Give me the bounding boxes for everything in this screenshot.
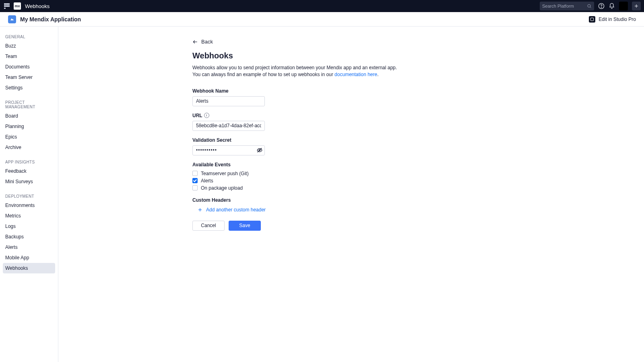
arrow-left-icon [192,39,198,45]
sidebar-section-label: PROJECT MANAGEMENT [3,97,55,111]
mx-logo-icon[interactable]: mx [14,2,21,10]
sidebar-item-mini-surveys[interactable]: Mini Surveys [3,176,55,187]
event-checkbox[interactable] [192,178,198,183]
secret-input-wrap [192,145,265,155]
help-icon[interactable] [598,3,605,9]
sidebar-item-board[interactable]: Board [3,111,55,121]
cancel-button[interactable]: Cancel [192,221,225,231]
topbar-title: Webhooks [25,3,50,9]
sidebar-item-epics[interactable]: Epics [3,132,55,142]
sidebar-item-planning[interactable]: Planning [3,121,55,132]
sidebar-item-documents[interactable]: Documents [3,62,55,72]
body: GENERALBuzzTeamDocumentsTeam ServerSetti… [0,27,644,362]
url-label-text: URL [192,113,202,118]
sidebar-item-mobile-app[interactable]: Mobile App [3,252,55,263]
sidebar-item-webhooks[interactable]: Webhooks [3,263,55,273]
add-custom-header-button[interactable]: Add another custom header [192,206,555,213]
desc-line2b: . [377,72,378,77]
main: Back Webhooks Webhooks allow you to send… [58,27,644,362]
eye-off-icon [256,147,263,153]
event-checkbox[interactable] [192,185,198,190]
app-title: My Mendix Application [20,16,81,23]
user-avatar[interactable] [619,2,628,10]
sidebar-section-label: DEPLOYMENT [3,191,55,200]
topbar-left: mx Webhooks [4,2,50,10]
event-label: On package upload [201,185,243,191]
topbar: mx Webhooks [0,0,644,12]
studio-pro-icon [589,16,595,23]
event-label: Teamserver push (Git) [201,171,249,176]
new-button[interactable] [632,2,641,10]
documentation-link[interactable]: documentation here [334,72,377,77]
events-list: Teamserver push (Git)AlertsOn package up… [192,171,555,191]
field-url: URL i [192,113,555,131]
sidebar-item-backups[interactable]: Backups [3,232,55,242]
sidebar-section-label: GENERAL [3,31,55,41]
plus-icon [197,207,203,213]
app-icon [8,15,16,23]
event-row: Teamserver push (Git) [192,171,555,176]
sidebar-item-archive[interactable]: Archive [3,142,55,153]
page-description: Webhooks allow you to send project infor… [192,64,555,79]
sidebar-item-team[interactable]: Team [3,51,55,62]
edit-studio-pro-button[interactable]: Edit in Studio Pro [589,16,636,23]
bell-icon[interactable] [609,3,615,9]
info-icon[interactable]: i [204,113,209,118]
search-input[interactable] [542,4,587,8]
event-row: Alerts [192,178,555,184]
sidebar-item-team-server[interactable]: Team Server [3,72,55,83]
sidebar-item-feedback[interactable]: Feedback [3,166,55,176]
sidebar-section-label: APP INSIGHTS [3,157,55,166]
back-button[interactable]: Back [192,39,555,45]
desc-line1: Webhooks allow you to send project infor… [192,65,397,70]
event-checkbox[interactable] [192,171,198,176]
field-webhook-name: Webhook Name [192,88,555,106]
topbar-right [540,2,641,10]
svg-point-3 [601,7,601,8]
event-row: On package upload [192,185,555,191]
back-label: Back [201,39,213,45]
page-title: Webhooks [192,51,555,60]
svg-point-0 [588,4,590,7]
save-button[interactable]: Save [229,221,261,231]
content: Back Webhooks Webhooks allow you to send… [192,39,555,231]
webhook-name-label: Webhook Name [192,88,555,94]
toggle-secret-visibility-button[interactable] [256,147,263,153]
sidebar-item-buzz[interactable]: Buzz [3,41,55,51]
field-validation-secret: Validation Secret [192,137,555,155]
custom-headers-label: Custom Headers [192,197,555,203]
url-label: URL i [192,113,555,118]
svg-line-1 [590,7,591,8]
add-custom-header-label: Add another custom header [206,207,266,213]
search-icon [587,4,592,8]
sidebar-item-metrics[interactable]: Metrics [3,211,55,221]
apps-grid-icon[interactable] [4,3,10,9]
desc-line2a: You can always find an example of how to… [192,72,334,77]
field-available-events: Available Events Teamserver push (Git)Al… [192,162,555,191]
validation-secret-label: Validation Secret [192,137,555,143]
edit-studio-pro-label: Edit in Studio Pro [599,17,636,22]
event-label: Alerts [201,178,213,184]
app-header: My Mendix Application Edit in Studio Pro [0,12,644,27]
field-custom-headers: Custom Headers Add another custom header [192,197,555,213]
available-events-label: Available Events [192,162,555,168]
sidebar-item-alerts[interactable]: Alerts [3,242,55,252]
validation-secret-input[interactable] [192,145,265,155]
button-row: Cancel Save [192,221,555,231]
url-input[interactable] [192,121,265,131]
search-box[interactable] [540,2,594,10]
sidebar-item-logs[interactable]: Logs [3,221,55,232]
sidebar-item-environments[interactable]: Environments [3,200,55,211]
sidebar: GENERALBuzzTeamDocumentsTeam ServerSetti… [0,27,58,362]
sidebar-item-settings[interactable]: Settings [3,83,55,93]
webhook-name-input[interactable] [192,96,265,106]
app-header-left: My Mendix Application [8,15,81,23]
